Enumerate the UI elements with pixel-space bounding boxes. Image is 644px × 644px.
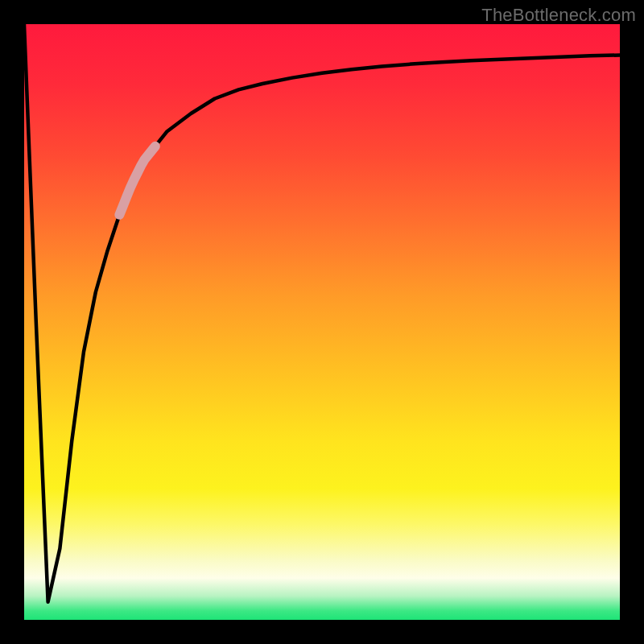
curve-svg — [24, 24, 620, 620]
bottleneck-curve — [24, 24, 620, 602]
chart-container: TheBottleneck.com — [0, 0, 644, 644]
attribution-label: TheBottleneck.com — [481, 5, 636, 26]
plot-area — [24, 24, 620, 620]
curve-highlight-segment — [119, 147, 155, 215]
